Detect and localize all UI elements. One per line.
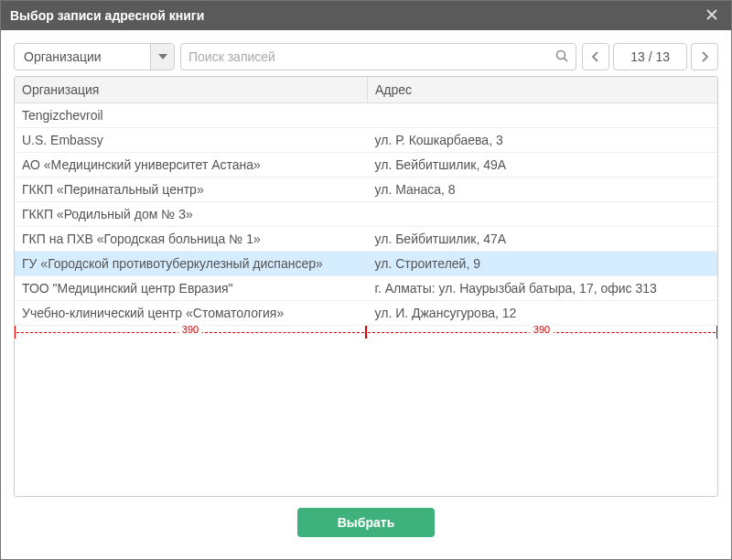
cell-org: ТОО "Медицинский центр Евразия" [15,276,368,301]
cell-addr: ул. И. Джансугурова, 12 [368,301,717,326]
filter-value: Организации [15,44,150,70]
col-header-addr[interactable]: Адрес [368,77,717,103]
table-row[interactable]: ТОО "Медицинский центр Евразия"г. Алматы… [15,276,717,301]
dialog: Выбор записи адресной книги Организации [0,0,732,560]
table-container: Организация Адрес TengizchevroilU.S. Emb… [14,76,718,497]
cell-addr: ул. Бейбитшилик, 49А [368,153,717,178]
cell-org: ГКП на ПХВ «Городская больница № 1» [15,227,368,252]
cell-org: Tengizchevroil [15,103,368,128]
measurement-overlay: 390 390 [15,326,717,339]
titlebar: Выбор записи адресной книги [1,1,731,30]
prev-page-button[interactable] [582,43,609,70]
cell-org: ГУ «Городской противотуберкулезный диспа… [15,252,368,276]
cell-org: U.S. Embassy [15,128,368,153]
next-page-button[interactable] [691,43,718,70]
cell-addr: ул. Р. Кошкарбаева, 3 [368,128,717,153]
cell-addr [368,202,717,227]
table-row[interactable]: АО «Медицинский университет Астана»ул. Б… [15,153,717,178]
chevron-down-icon[interactable] [150,44,174,70]
footer: Выбрать [14,497,718,550]
cell-addr: г. Алматы: ул. Наурызбай батыра, 17, офи… [368,276,717,301]
submit-button[interactable]: Выбрать [297,508,435,537]
table-row[interactable]: Tengizchevroil [15,103,717,128]
records-table: Организация Адрес TengizchevroilU.S. Emb… [15,77,717,326]
table-row[interactable]: ГККП «Перинатальный центр»ул. Манаса, 8 [15,178,717,202]
dialog-title: Выбор записи адресной книги [10,8,702,23]
search-icon[interactable] [555,49,568,65]
svg-point-0 [557,50,565,59]
search-field[interactable] [180,43,576,70]
col-header-org[interactable]: Организация [15,77,368,103]
cell-addr: ул. Бейбитшилик, 47А [368,227,717,252]
ruler-right: 390 [366,326,717,339]
table-row[interactable]: ГУ «Городской противотуберкулезный диспа… [15,252,717,276]
search-input[interactable] [188,49,555,64]
cell-org: ГККП «Перинатальный центр» [15,178,368,202]
table-row[interactable]: Учебно-клинический центр «Стоматология»у… [15,301,717,326]
page-indicator: 13 / 13 [613,43,687,70]
svg-line-1 [565,58,568,61]
cell-org: ГККП «Родильный дом № 3» [15,202,368,227]
cell-org: АО «Медицинский университет Астана» [15,153,368,178]
table-row[interactable]: U.S. Embassyул. Р. Кошкарбаева, 3 [15,128,717,153]
ruler-left: 390 [15,326,366,339]
pager: 13 / 13 [582,43,718,70]
cell-addr: ул. Манаса, 8 [368,178,717,202]
cell-org: Учебно-клинический центр «Стоматология» [15,301,368,326]
filter-select[interactable]: Организации [14,43,175,70]
table-row[interactable]: ГККП «Родильный дом № 3» [15,202,717,227]
cell-addr: ул. Строителей, 9 [368,252,717,276]
close-icon[interactable] [702,6,722,26]
toolbar: Организации 13 / 13 [14,43,718,70]
table-row[interactable]: ГКП на ПХВ «Городская больница № 1»ул. Б… [15,227,717,252]
content: Организации 13 / 13 [1,30,731,559]
cell-addr [368,103,717,128]
